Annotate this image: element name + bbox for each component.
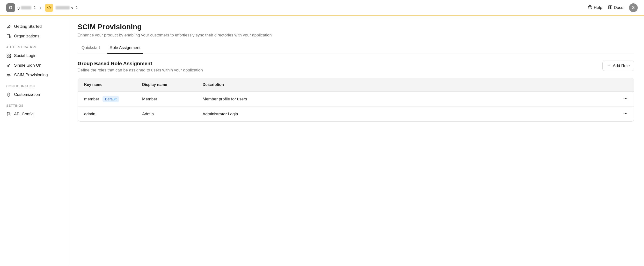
table-row: member Default Member Member profile for…: [78, 92, 634, 107]
sidebar-section-configuration: CONFIGURATION: [0, 80, 68, 90]
obscured-text: [56, 6, 70, 9]
svg-point-12: [626, 98, 627, 99]
obscured-text: [21, 6, 31, 9]
sidebar-item-label: Customization: [14, 92, 40, 97]
section-subtitle: Define the roles that can be assigned to…: [78, 68, 203, 73]
sidebar-item-label: API Config: [14, 112, 34, 117]
default-badge: Default: [102, 96, 119, 102]
section-header: Group Based Role Assignment Define the r…: [78, 61, 634, 73]
org-prefix: g: [18, 5, 20, 10]
tab-role-assignment[interactable]: Role Assignment: [109, 44, 141, 54]
col-display: Display name: [142, 83, 202, 87]
role-description: Administrator Login: [202, 112, 611, 117]
sidebar-item-single-sign-on[interactable]: Single Sign On: [0, 61, 68, 70]
table-row: admin Admin Administrator Login: [78, 107, 634, 122]
help-icon: [588, 5, 592, 11]
sidebar-section-settings: SETTINGS: [0, 100, 68, 109]
svg-point-13: [624, 113, 624, 114]
role-display: Admin: [142, 112, 202, 117]
mouse-icon: [6, 92, 11, 97]
main-content: SCIM Provisioning Enhance your product b…: [68, 16, 644, 266]
add-role-button[interactable]: Add Role: [602, 61, 634, 71]
sidebar-item-label: Getting Started: [14, 24, 42, 29]
sidebar-item-api-config[interactable]: API Config: [0, 109, 68, 119]
rocket-icon: [6, 24, 11, 29]
app-badge[interactable]: [45, 4, 53, 12]
role-key: admin: [84, 112, 95, 117]
sidebar-item-label: Single Sign On: [14, 63, 41, 68]
breadcrumb: G g / v: [6, 3, 78, 12]
page-title: SCIM Provisioning: [78, 23, 634, 31]
svg-point-15: [626, 113, 627, 114]
col-key: Key name: [84, 83, 142, 87]
role-description: Member profile for users: [202, 97, 611, 102]
sidebar-item-social-login[interactable]: Social Login: [0, 51, 68, 61]
sync-icon: [6, 73, 11, 78]
docs-label: Docs: [614, 5, 623, 10]
sidebar-item-label: Social Login: [14, 53, 36, 58]
sidebar-item-organizations[interactable]: Organizations: [0, 31, 68, 41]
help-label: Help: [594, 5, 602, 10]
app-switcher[interactable]: v: [56, 5, 78, 10]
row-actions-button[interactable]: [611, 96, 628, 102]
svg-point-8: [7, 65, 9, 67]
sidebar-item-customization[interactable]: Customization: [0, 90, 68, 100]
page-subtitle: Enhance your product by enabling your cu…: [78, 33, 634, 38]
svg-rect-4: [7, 54, 8, 55]
help-link[interactable]: Help: [588, 5, 602, 11]
sidebar-item-getting-started[interactable]: Getting Started: [0, 22, 68, 31]
roles-table: Key name Display name Description member…: [78, 78, 634, 122]
svg-rect-7: [9, 56, 11, 58]
svg-rect-3: [7, 34, 10, 38]
tab-quickstart[interactable]: Quickstart: [81, 44, 100, 54]
table-header: Key name Display name Description: [78, 78, 634, 92]
section-title: Group Based Role Assignment: [78, 61, 203, 66]
book-icon: [608, 5, 612, 11]
sidebar-section-authentication: AUTHENTICATION: [0, 41, 68, 51]
role-key: member: [84, 97, 99, 102]
avatar[interactable]: S: [629, 3, 638, 12]
plus-icon: [607, 63, 611, 68]
sidebar-item-label: SCIM Provisioning: [14, 73, 48, 78]
file-code-icon: [6, 112, 11, 117]
org-badge[interactable]: G: [6, 3, 15, 12]
svg-rect-5: [9, 54, 11, 55]
updown-icon: [75, 6, 78, 10]
add-role-label: Add Role: [613, 63, 630, 68]
sidebar-item-scim-provisioning[interactable]: SCIM Provisioning: [0, 70, 68, 80]
top-bar: G g / v Help: [0, 0, 644, 16]
svg-point-14: [625, 113, 626, 114]
docs-link[interactable]: Docs: [608, 5, 623, 11]
svg-rect-9: [8, 93, 10, 97]
svg-point-1: [590, 8, 590, 8]
sidebar-item-label: Organizations: [14, 34, 40, 39]
updown-icon: [33, 6, 36, 10]
row-actions-button[interactable]: [611, 111, 628, 117]
building-icon: [6, 34, 11, 39]
key-icon: [6, 63, 11, 68]
app-suffix: v: [71, 5, 73, 10]
svg-point-10: [624, 98, 624, 99]
org-switcher[interactable]: g: [18, 5, 36, 10]
grid-icon: [6, 53, 11, 58]
svg-rect-6: [7, 56, 8, 58]
breadcrumb-separator: /: [40, 5, 41, 10]
svg-point-11: [625, 98, 626, 99]
top-right: Help Docs S: [588, 3, 638, 12]
sidebar: Getting Started Organizations AUTHENTICA…: [0, 16, 68, 266]
role-display: Member: [142, 97, 202, 102]
col-description: Description: [202, 83, 611, 87]
tabs: Quickstart Role Assignment: [78, 44, 634, 54]
